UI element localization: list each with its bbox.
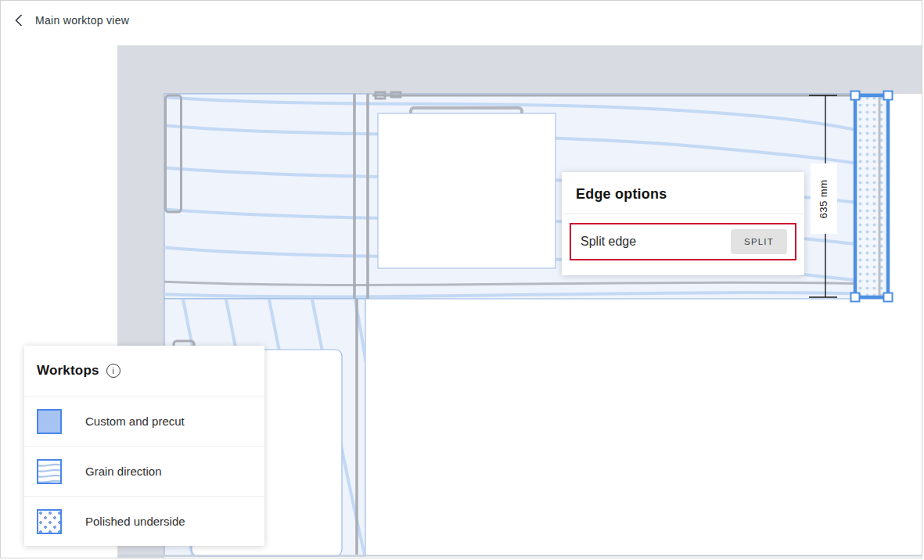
split-button[interactable]: SPLIT	[731, 229, 787, 254]
selected-edge-strip[interactable]	[851, 92, 893, 302]
dimension-label: 635 mm	[811, 163, 837, 234]
worktops-header: Worktops i	[24, 346, 264, 396]
edge-options-panel: Edge options Split edge SPLIT	[562, 172, 804, 275]
split-edge-row: Split edge SPLIT	[570, 223, 796, 260]
selection-handle-top-right[interactable]	[884, 92, 893, 100]
legend-item-grain-direction: Grain direction	[24, 446, 264, 496]
top-bar: Main worktop view	[1, 1, 922, 45]
edge-options-header: Edge options	[562, 172, 804, 214]
edge-options-title: Edge options	[576, 186, 667, 202]
selection-handle-bottom-left[interactable]	[851, 293, 860, 302]
sink-cutout[interactable]	[378, 113, 555, 268]
polished-underside-swatch	[37, 509, 62, 534]
back-button[interactable]: Main worktop view	[15, 14, 129, 27]
worktops-panel: Worktops i Custom and precut Grain direc…	[24, 346, 264, 546]
page-title: Main worktop view	[35, 14, 129, 27]
info-icon[interactable]: i	[106, 364, 120, 378]
top-wall	[117, 45, 922, 94]
selection-handle-bottom-right[interactable]	[884, 293, 893, 302]
back-chevron-icon	[15, 14, 23, 27]
selection-handle-top-left[interactable]	[851, 92, 860, 100]
legend-item-polished-underside: Polished underside	[24, 496, 264, 546]
grain-direction-swatch	[37, 459, 62, 484]
custom-precut-swatch	[37, 409, 62, 434]
split-edge-label: Split edge	[581, 235, 636, 249]
app-window: Main worktop view	[0, 0, 922, 558]
worktops-title: Worktops	[37, 363, 99, 379]
legend-item-custom-precut: Custom and precut	[24, 396, 264, 446]
